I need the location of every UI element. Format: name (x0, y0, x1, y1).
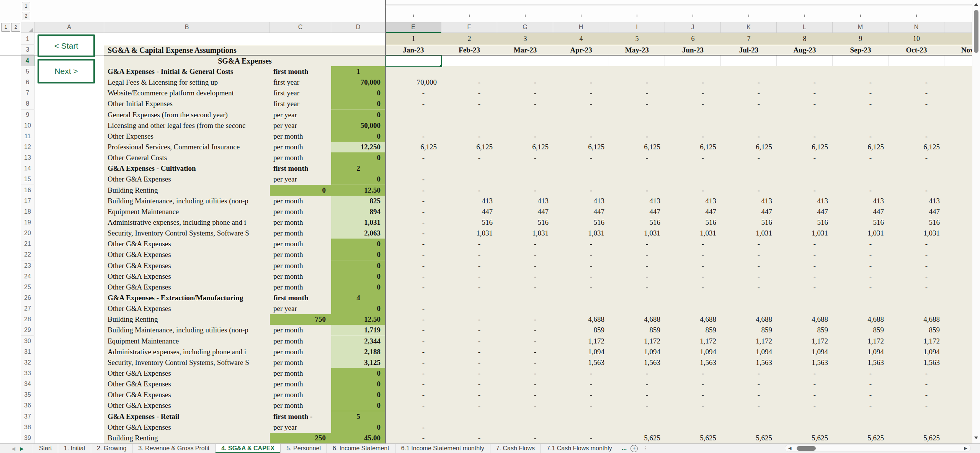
cell-J10[interactable] (665, 120, 721, 131)
cell-K34[interactable]: - (721, 379, 777, 390)
cell-J14[interactable] (665, 163, 721, 174)
tab-6-income-statement[interactable]: 6. Income Statement (327, 444, 395, 453)
cell-M28[interactable]: 4,688 (833, 314, 889, 325)
cell-L17[interactable]: 413 (777, 196, 833, 207)
cell-C6[interactable]: first year (270, 77, 331, 88)
cell-F31[interactable]: - (441, 347, 497, 358)
cell-B36[interactable]: Other G&A Expenses (104, 400, 270, 411)
cell-L38[interactable] (777, 422, 833, 433)
cell-K15[interactable] (721, 174, 777, 185)
cell-D15[interactable]: 0 (331, 174, 385, 185)
cell-N19[interactable]: 516 (889, 217, 944, 228)
col-header-C[interactable]: C (270, 22, 331, 33)
cell-J33[interactable]: - (665, 368, 721, 379)
cell-D27[interactable]: 0 (331, 303, 385, 314)
cell-L5[interactable] (777, 66, 833, 77)
cell-H35[interactable]: - (553, 389, 609, 401)
cell-B39[interactable]: Building Renting (104, 433, 270, 444)
col-header-E[interactable]: E (385, 22, 441, 33)
cell-G15[interactable] (497, 174, 553, 185)
cell-E6[interactable]: 70,000 (385, 77, 441, 88)
start-button[interactable]: < Start (38, 34, 95, 57)
cell-H28[interactable]: 4,688 (553, 314, 609, 325)
cell-D35[interactable]: 0 (331, 389, 385, 401)
row-header-18[interactable]: 18 (21, 206, 34, 218)
cell-M36[interactable]: - (833, 400, 889, 411)
cell-F27[interactable] (441, 303, 497, 314)
cell-F24[interactable]: - (441, 271, 497, 282)
cell-G12[interactable]: 6,125 (497, 142, 553, 153)
cell-D18[interactable]: 894 (331, 206, 385, 218)
cell-K13[interactable]: - (721, 152, 777, 164)
cell-H31[interactable]: 1,094 (553, 347, 609, 358)
cell-F34[interactable]: - (441, 379, 497, 390)
cell-N7[interactable]: - (889, 88, 944, 99)
cell-G14[interactable] (497, 163, 553, 174)
cell-F7[interactable]: - (441, 88, 497, 99)
row-header-30[interactable]: 30 (21, 336, 34, 347)
cell-G32[interactable]: - (497, 357, 553, 368)
cell-D17[interactable]: 825 (331, 196, 385, 207)
cell-L20[interactable]: 1,031 (777, 228, 833, 239)
month-label-cell[interactable]: May-23 (609, 45, 665, 55)
cell-B23[interactable]: Other G&A Expenses (104, 260, 270, 271)
cell-B14[interactable]: G&A Expenses - Cultivation (104, 163, 270, 174)
cell-G13[interactable]: - (497, 152, 553, 164)
cell-M29[interactable]: 859 (833, 325, 889, 336)
cell-partial-12[interactable] (944, 142, 972, 153)
cell-J34[interactable]: - (665, 379, 721, 390)
tab-1-initial[interactable]: 1. Initial (58, 444, 91, 453)
cell-M34[interactable]: - (833, 379, 889, 390)
cell-C39-input[interactable]: 250 (270, 433, 331, 444)
cell-L29[interactable]: 859 (777, 325, 833, 336)
cell-partial-11[interactable] (944, 131, 972, 142)
row-header-25[interactable]: 25 (21, 282, 34, 293)
cell-L7[interactable]: - (777, 88, 833, 99)
cell-N23[interactable]: - (889, 260, 944, 271)
cell-M19[interactable]: 516 (833, 217, 889, 228)
col-header-L[interactable]: L (777, 22, 833, 33)
cell-G24[interactable]: - (497, 271, 553, 282)
cell-partial-6[interactable] (944, 77, 972, 88)
col-header-G[interactable]: G (497, 22, 553, 33)
cell-L8[interactable]: - (777, 98, 833, 110)
more-sheets-button[interactable]: ... (618, 444, 630, 453)
cell-G7[interactable]: - (497, 88, 553, 99)
cell-L35[interactable]: - (777, 389, 833, 401)
month-label-cell[interactable]: Sep-23 (833, 45, 889, 55)
cell-D7[interactable]: 0 (331, 88, 385, 99)
cell-E15[interactable]: - (385, 174, 441, 185)
cell-D34[interactable]: 0 (331, 379, 385, 390)
cell-L15[interactable] (777, 174, 833, 185)
cell-M6[interactable]: - (833, 77, 889, 88)
cell-B12[interactable]: Professional Services, Commercial Insura… (104, 142, 270, 153)
row-header-4[interactable]: 4 (21, 56, 34, 66)
cell-E20[interactable]: - (385, 228, 441, 239)
cell-L6[interactable]: - (777, 77, 833, 88)
cell-M22[interactable]: - (833, 249, 889, 260)
select-all-corner[interactable] (21, 22, 34, 33)
cell-J20[interactable]: 1,031 (665, 228, 721, 239)
cell-B37[interactable]: G&A Expenses - Retail (104, 411, 270, 422)
cell-E14[interactable] (385, 163, 441, 174)
cell-B21[interactable]: Other G&A Expenses (104, 239, 270, 250)
month-number-cell[interactable]: 5 (609, 33, 665, 45)
cell-L36[interactable]: - (777, 400, 833, 411)
cell-I23[interactable]: - (609, 260, 665, 271)
cell-L33[interactable]: - (777, 368, 833, 379)
cell-F15[interactable] (441, 174, 497, 185)
cell-F21[interactable]: - (441, 239, 497, 250)
cell-I13[interactable]: - (609, 152, 665, 164)
row-header-8[interactable]: 8 (21, 98, 34, 110)
cell-H37[interactable] (553, 411, 609, 422)
cell-C15[interactable]: per year (270, 174, 331, 185)
row-header-3[interactable]: 3 (21, 45, 34, 55)
row-header-19[interactable]: 19 (21, 217, 34, 228)
cell-C10[interactable]: per year (270, 120, 331, 131)
cell-D25[interactable]: 0 (331, 282, 385, 293)
cell-B29[interactable]: Building Maintenance, including utilitie… (104, 325, 270, 336)
cell-G19[interactable]: 516 (497, 217, 553, 228)
cell-M30[interactable]: 1,172 (833, 336, 889, 347)
row-header-33[interactable]: 33 (21, 368, 34, 379)
cell-K5[interactable] (721, 66, 777, 77)
